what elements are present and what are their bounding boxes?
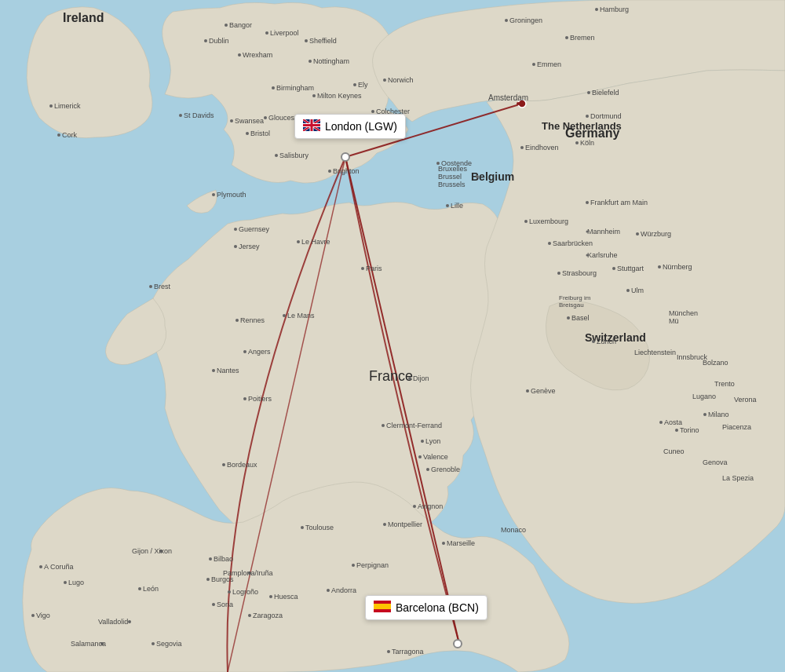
- svg-text:Piacenza: Piacenza: [722, 423, 751, 431]
- svg-point-33: [383, 79, 386, 82]
- svg-text:Marseille: Marseille: [447, 539, 475, 547]
- svg-text:Salisbury: Salisbury: [279, 152, 309, 159]
- svg-point-101: [565, 36, 568, 39]
- es-flag: [374, 601, 391, 615]
- svg-text:Cuneo: Cuneo: [663, 447, 685, 455]
- svg-text:Le Havre: Le Havre: [301, 238, 330, 246]
- svg-point-99: [595, 8, 598, 11]
- svg-point-87: [413, 505, 416, 508]
- svg-point-51: [57, 133, 60, 137]
- svg-point-31: [371, 110, 374, 113]
- svg-point-6: [454, 640, 462, 648]
- svg-text:Bremen: Bremen: [570, 34, 595, 42]
- svg-point-43: [275, 154, 278, 157]
- svg-text:Sheffield: Sheffield: [309, 37, 337, 45]
- svg-point-161: [228, 590, 231, 593]
- svg-text:Lugano: Lugano: [692, 393, 716, 400]
- svg-point-171: [387, 650, 390, 653]
- svg-point-81: [408, 377, 411, 380]
- london-lgw-label[interactable]: London (LGW): [294, 114, 406, 139]
- svg-text:France: France: [369, 368, 413, 384]
- svg-text:Brighton: Brighton: [333, 167, 360, 175]
- svg-text:Bangor: Bangor: [229, 21, 252, 29]
- svg-point-67: [212, 369, 215, 372]
- svg-point-77: [382, 424, 385, 427]
- svg-point-105: [517, 102, 520, 105]
- svg-text:Guernsey: Guernsey: [239, 225, 270, 233]
- svg-text:Lugo: Lugo: [68, 579, 84, 586]
- svg-text:Innsbruck: Innsbruck: [677, 353, 708, 361]
- svg-point-41: [179, 114, 182, 117]
- svg-point-29: [353, 83, 356, 86]
- svg-point-45: [328, 170, 331, 173]
- svg-text:Rennes: Rennes: [240, 316, 265, 324]
- svg-point-19: [225, 24, 228, 27]
- svg-point-139: [675, 429, 678, 432]
- svg-text:Karlsruhe: Karlsruhe: [587, 251, 618, 259]
- svg-point-83: [426, 468, 429, 471]
- svg-text:Cork: Cork: [62, 131, 78, 139]
- svg-point-185: [586, 231, 589, 233]
- svg-text:Bruxelles: Bruxelles: [438, 165, 468, 173]
- london-lgw-text: London (LGW): [325, 120, 397, 133]
- svg-point-55: [234, 245, 237, 248]
- svg-text:Zürich: Zürich: [597, 338, 616, 345]
- barcelona-bcn-label[interactable]: Barcelona (BCN): [365, 595, 487, 620]
- svg-text:Norwich: Norwich: [388, 76, 414, 84]
- svg-text:Swansea: Swansea: [235, 117, 264, 125]
- svg-point-107: [520, 146, 524, 149]
- svg-text:Valence: Valence: [423, 453, 448, 461]
- svg-point-75: [301, 526, 304, 529]
- svg-text:Dortmund: Dortmund: [590, 112, 622, 120]
- svg-point-65: [243, 350, 246, 353]
- svg-point-63: [283, 314, 286, 317]
- svg-point-97: [505, 19, 508, 22]
- svg-point-103: [532, 63, 535, 66]
- svg-text:München: München: [669, 309, 698, 317]
- svg-text:Clermont-Ferrand: Clermont-Ferrand: [386, 422, 442, 429]
- svg-text:Jersey: Jersey: [239, 243, 260, 250]
- svg-point-131: [636, 232, 639, 236]
- svg-text:Luxembourg: Luxembourg: [529, 217, 568, 225]
- svg-text:Aosta: Aosta: [664, 418, 682, 426]
- svg-text:Nantes: Nantes: [217, 367, 239, 374]
- svg-point-27: [312, 94, 316, 97]
- svg-text:Genève: Genève: [531, 387, 556, 395]
- svg-point-119: [524, 220, 528, 223]
- svg-text:Emmen: Emmen: [537, 60, 561, 68]
- svg-point-127: [626, 289, 630, 292]
- svg-text:Poitiers: Poitiers: [248, 395, 272, 403]
- svg-text:Le Mans: Le Mans: [287, 312, 315, 320]
- svg-text:Milano: Milano: [708, 411, 729, 418]
- svg-text:Bilbao: Bilbao: [214, 555, 233, 563]
- svg-point-125: [557, 272, 560, 275]
- svg-point-145: [39, 565, 42, 568]
- svg-text:Brussel: Brussel: [438, 173, 462, 181]
- svg-point-169: [269, 595, 272, 598]
- svg-text:Vigo: Vigo: [36, 612, 50, 619]
- svg-point-71: [361, 267, 364, 270]
- svg-text:Avignon: Avignon: [418, 502, 443, 510]
- svg-point-181: [548, 242, 551, 245]
- svg-point-153: [138, 587, 141, 590]
- svg-text:Pamplona/Iruña: Pamplona/Iruña: [223, 569, 273, 577]
- svg-text:Milton Keynes: Milton Keynes: [317, 92, 362, 100]
- uk-flag: [303, 119, 320, 133]
- svg-text:Tarragona: Tarragona: [392, 648, 424, 656]
- svg-text:Huesca: Huesca: [274, 593, 298, 601]
- svg-text:Andorra: Andorra: [331, 586, 356, 594]
- svg-text:Strasbourg: Strasbourg: [562, 269, 597, 277]
- svg-text:St Davids: St Davids: [184, 111, 214, 119]
- svg-text:Dijon: Dijon: [413, 374, 429, 382]
- svg-text:Breisgau: Breisgau: [559, 301, 584, 309]
- svg-point-111: [446, 204, 449, 207]
- svg-text:Basel: Basel: [571, 314, 590, 322]
- svg-text:Perpignan: Perpignan: [356, 561, 389, 569]
- svg-text:A Coruña: A Coruña: [44, 563, 74, 571]
- svg-point-167: [128, 620, 131, 623]
- svg-point-95: [327, 589, 330, 592]
- svg-point-115: [586, 115, 589, 118]
- svg-text:Ely: Ely: [358, 81, 368, 89]
- svg-text:Trento: Trento: [714, 380, 735, 388]
- svg-text:Amsterdam: Amsterdam: [488, 93, 528, 102]
